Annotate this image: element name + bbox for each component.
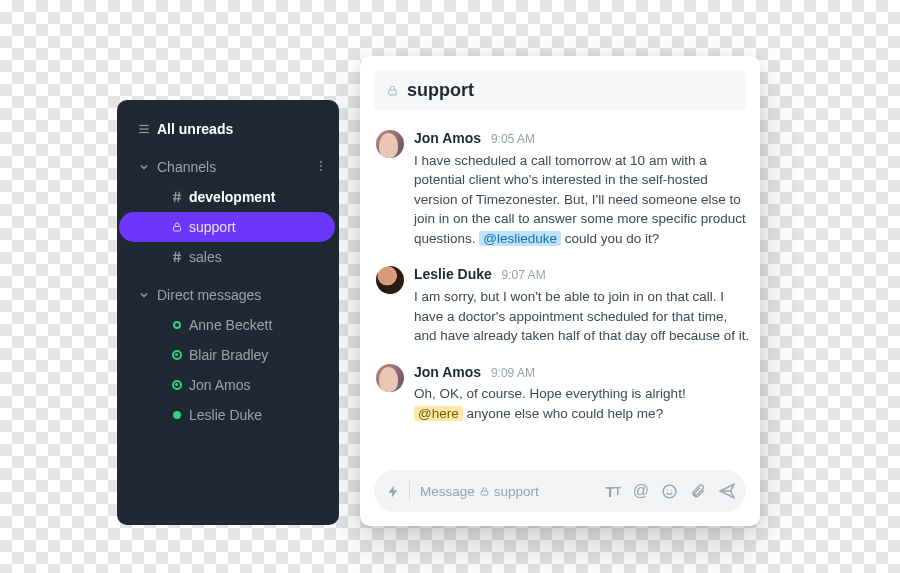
sidebar-all-unreads[interactable]: All unreads (117, 114, 339, 144)
svg-point-4 (320, 165, 322, 167)
chevron-down-icon (131, 161, 157, 173)
svg-line-13 (175, 252, 176, 263)
emoji-icon[interactable] (661, 483, 678, 500)
message-author[interactable]: Jon Amos (414, 130, 481, 146)
dms-header[interactable]: Direct messages (117, 280, 339, 310)
mention-here[interactable]: @here (414, 406, 463, 421)
conversation-panel: support Jon Amos 9:05 AM I have schedule… (360, 56, 760, 526)
channel-label: support (189, 219, 323, 235)
channels-label: Channels (157, 159, 216, 175)
hash-icon (165, 190, 189, 204)
presence-away-icon (165, 321, 189, 329)
channel-support[interactable]: support (119, 212, 335, 242)
send-icon[interactable] (718, 482, 736, 500)
channels-header[interactable]: Channels (117, 152, 339, 182)
dm-blair-bradley[interactable]: Blair Bradley (119, 340, 335, 370)
svg-line-9 (178, 192, 179, 203)
channel-name: support (407, 80, 474, 101)
avatar[interactable] (376, 266, 404, 294)
presence-online-icon (165, 411, 189, 419)
channel-development[interactable]: development (119, 182, 335, 212)
lightning-icon[interactable] (386, 484, 401, 499)
message-meta: Jon Amos 9:09 AM (414, 362, 750, 383)
lock-icon (386, 84, 399, 97)
format-icon[interactable]: TT (605, 483, 620, 500)
message: Jon Amos 9:05 AM I have scheduled a call… (376, 122, 754, 258)
dms-label: Direct messages (157, 287, 261, 303)
composer-placeholder[interactable]: Message support (420, 484, 605, 499)
message-meta: Jon Amos 9:05 AM (414, 128, 750, 149)
divider (409, 481, 410, 501)
dm-leslie-duke[interactable]: Leslie Duke (119, 400, 335, 430)
composer-tools: TT @ (605, 482, 736, 500)
svg-rect-16 (481, 491, 487, 495)
message: Jon Amos 9:09 AM Oh, OK, of course. Hope… (376, 356, 754, 434)
message-body: I have scheduled a call tomorrow at 10 a… (414, 151, 750, 249)
sidebar: All unreads Channels development support (117, 100, 339, 525)
message: Leslie Duke 9:07 AM I am sorry, but I wo… (376, 258, 754, 355)
message-composer[interactable]: Message support TT @ (374, 470, 746, 512)
dm-label: Blair Bradley (189, 347, 323, 363)
list-icon (131, 122, 157, 136)
channel-sales[interactable]: sales (119, 242, 335, 272)
presence-idle-icon (165, 380, 189, 390)
sidebar-section-dms: Direct messages Anne Beckett Blair Bradl… (117, 280, 339, 430)
channel-header[interactable]: support (374, 70, 746, 110)
sidebar-title: All unreads (157, 121, 233, 137)
message-time: 9:05 AM (491, 132, 535, 146)
placeholder-prefix: Message (420, 484, 475, 499)
message-time: 9:07 AM (502, 268, 546, 282)
sidebar-section-channels: Channels development support sales (117, 152, 339, 272)
dm-label: Jon Amos (189, 377, 323, 393)
message-author[interactable]: Leslie Duke (414, 266, 492, 282)
mention-icon[interactable]: @ (633, 482, 649, 500)
dm-label: Anne Beckett (189, 317, 323, 333)
message-text: I am sorry, but I won't be able to join … (414, 289, 749, 343)
svg-point-3 (320, 161, 322, 163)
message-time: 9:09 AM (491, 366, 535, 380)
dm-anne-beckett[interactable]: Anne Beckett (119, 310, 335, 340)
message-author[interactable]: Jon Amos (414, 364, 481, 380)
dm-jon-amos[interactable]: Jon Amos (119, 370, 335, 400)
message-list: Jon Amos 9:05 AM I have scheduled a call… (360, 118, 760, 462)
channel-label: sales (189, 249, 323, 265)
svg-rect-15 (389, 89, 397, 94)
avatar[interactable] (376, 364, 404, 392)
channels-more-icon[interactable] (313, 158, 329, 174)
message-meta: Leslie Duke 9:07 AM (414, 264, 750, 285)
chevron-down-icon (131, 289, 157, 301)
svg-line-14 (178, 252, 179, 263)
attachment-icon[interactable] (690, 483, 706, 499)
svg-point-19 (671, 489, 672, 490)
svg-point-5 (320, 169, 322, 171)
dm-label: Leslie Duke (189, 407, 323, 423)
message-text: could you do it? (565, 231, 660, 246)
placeholder-channel: support (494, 484, 539, 499)
svg-point-18 (667, 489, 668, 490)
svg-line-8 (175, 192, 176, 203)
hash-icon (165, 250, 189, 264)
message-text: Oh, OK, of course. Hope everything is al… (414, 386, 686, 401)
mention-user[interactable]: @leslieduke (479, 231, 561, 246)
channel-label: development (189, 189, 323, 205)
presence-idle-icon (165, 350, 189, 360)
lock-icon (165, 221, 189, 233)
lock-icon (479, 486, 490, 497)
svg-point-17 (663, 485, 676, 498)
message-body: I am sorry, but I won't be able to join … (414, 287, 750, 346)
avatar[interactable] (376, 130, 404, 158)
svg-rect-10 (174, 227, 181, 232)
message-text: anyone else who could help me? (467, 406, 664, 421)
message-body: Oh, OK, of course. Hope everything is al… (414, 384, 750, 423)
